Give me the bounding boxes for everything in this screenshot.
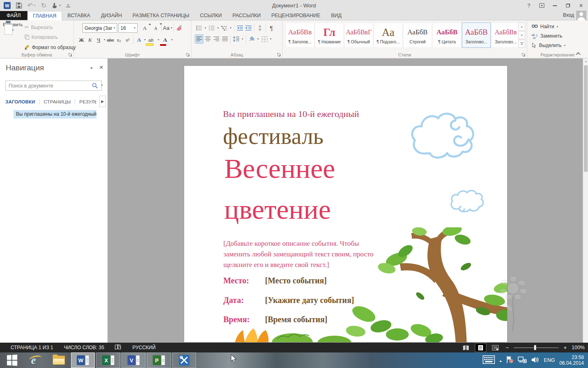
taskbar-internet-explorer-button[interactable]: e [24, 352, 42, 368]
bullets-caret-icon[interactable] [205, 27, 206, 29]
increase-indent-button[interactable] [244, 23, 253, 33]
copy-button[interactable]: Копировать [24, 33, 76, 41]
highlight-button[interactable]: ab [147, 35, 155, 45]
save-button[interactable] [16, 2, 22, 9]
search-input[interactable] [5, 81, 102, 91]
text-effects-button[interactable]: А [135, 35, 143, 45]
touch-keyboard-button[interactable] [483, 355, 495, 365]
text-effects-caret-icon[interactable] [144, 39, 146, 40]
zoom-in-button[interactable]: + [563, 344, 568, 351]
change-case-button[interactable]: Аа [163, 23, 172, 33]
tab-insert[interactable]: ВСТАВКА [62, 11, 96, 20]
document-subtitle-text[interactable]: фестиваль [223, 123, 323, 149]
nav-tab-pages[interactable]: СТРАНИЦЫ [40, 97, 75, 107]
tab-references[interactable]: ССЫЛКИ [195, 11, 227, 20]
multilevel-caret-icon[interactable] [230, 27, 232, 29]
input-language-indicator[interactable]: ENG [544, 357, 555, 363]
borders-caret-icon[interactable] [270, 38, 272, 40]
tab-design[interactable]: ДИЗАЙН [96, 11, 127, 20]
font-family-combo[interactable]: Georgia (Заг [82, 23, 117, 33]
style-card-strong[interactable]: АаБбВ Строгий [403, 22, 432, 48]
field-value[interactable]: [Место события] [265, 276, 327, 285]
navigation-pane-menu-caret-icon[interactable] [90, 67, 93, 69]
proofing-status-icon[interactable] [115, 344, 122, 351]
language-indicator[interactable]: РУССКИЙ [132, 345, 156, 350]
word-app-icon[interactable]: W [4, 2, 11, 9]
borders-button[interactable] [260, 34, 269, 44]
paragraph-dialog-launcher[interactable] [277, 53, 281, 57]
strikethrough-button[interactable]: abc [106, 35, 115, 45]
style-card-heading2[interactable]: АаБбВв Заголово... [491, 22, 520, 48]
document-title-line1[interactable]: Весеннее [224, 153, 335, 185]
clear-formatting-button[interactable] [175, 23, 184, 33]
find-button[interactable]: Найти [532, 24, 558, 29]
shading-button[interactable] [247, 34, 256, 44]
nav-tab-results[interactable]: РЕЗУЛЬ [75, 97, 96, 107]
format-painter-button[interactable]: Формат по образцу [24, 43, 76, 52]
tab-review[interactable]: РЕЦЕНЗИРОВАНИЕ [266, 11, 325, 20]
taskbar-word-button[interactable]: W [71, 352, 95, 368]
sort-button[interactable]: А Я [256, 23, 264, 33]
styles-more-button[interactable] [518, 40, 525, 48]
align-center-button[interactable] [203, 34, 212, 44]
sign-in-link[interactable]: Вход [563, 12, 574, 18]
taskbar-project-button[interactable]: P [147, 352, 171, 368]
styles-scroll-up-button[interactable] [518, 22, 525, 31]
zoom-out-button[interactable]: − [505, 344, 510, 351]
help-button[interactable]: ? [523, 1, 534, 10]
style-card-normal[interactable]: АаБбВвГ ¶ Обычный [344, 22, 373, 48]
cut-button[interactable]: ✂ Вырезать [24, 23, 76, 31]
search-options-caret-icon[interactable] [101, 85, 103, 86]
navigation-pane-close-button[interactable]: × [99, 63, 103, 72]
clipboard-dialog-launcher[interactable] [68, 53, 72, 57]
nav-heading-item[interactable]: Вы приглашены на 10-й ежегодный [13, 110, 96, 119]
scroll-up-button[interactable] [583, 58, 588, 65]
numbering-caret-icon[interactable] [217, 27, 219, 29]
redo-button[interactable]: ↻ [41, 2, 46, 9]
ribbon-display-options-button[interactable] [537, 1, 547, 10]
line-spacing-caret-icon[interactable] [242, 38, 243, 40]
nav-tabs-overflow-button[interactable]: ▶ [99, 96, 106, 107]
document-field-date[interactable]: Дата: [Укажите дату события] [223, 296, 354, 305]
close-button[interactable]: × [576, 1, 586, 10]
tab-page-layout[interactable]: РАЗМЕТКА СТРАНИЦЫ [127, 11, 195, 20]
zoom-slider-thumb[interactable] [534, 345, 536, 350]
minimize-button[interactable] [550, 1, 560, 10]
taskbar-file-explorer-button[interactable] [50, 352, 68, 368]
bullets-button[interactable] [195, 23, 203, 33]
read-mode-button[interactable] [461, 343, 471, 352]
avatar[interactable] [576, 11, 586, 20]
taskbar-tools-button[interactable] [172, 352, 196, 368]
nav-tab-headings[interactable]: ЗАГОЛОВКИ [5, 97, 39, 107]
start-button[interactable] [3, 352, 20, 368]
paste-button[interactable]: Вставить [3, 22, 22, 55]
document-field-time[interactable]: Время: [Время события] [223, 315, 327, 324]
document-field-place[interactable]: Место: [Место события] [223, 276, 327, 285]
subscript-button[interactable]: x₂ [115, 35, 123, 45]
search-icon[interactable] [92, 83, 98, 90]
tab-home[interactable]: ГЛАВНАЯ [27, 11, 62, 20]
style-card-quote[interactable]: АаБбВ ¶ Цитата [432, 22, 461, 48]
taskbar-visio-button[interactable]: V [122, 352, 145, 368]
font-dialog-launcher[interactable] [186, 53, 190, 57]
shrink-font-button[interactable]: А [151, 23, 160, 33]
tab-mailings[interactable]: РАССЫЛКИ [227, 11, 266, 20]
action-center-flag-button[interactable] [506, 356, 513, 365]
decrease-indent-button[interactable] [236, 23, 244, 33]
grow-font-button[interactable]: А [140, 23, 149, 33]
document-kicker-text[interactable]: Вы приглашены на 10-й ежегодный [223, 109, 359, 119]
taskbar-excel-button[interactable]: X [96, 352, 120, 368]
styles-dialog-launcher[interactable] [521, 53, 526, 57]
vertical-scrollbar[interactable] [583, 58, 588, 343]
font-color-button[interactable]: А [161, 35, 169, 45]
document-title-line2[interactable]: цветение [224, 193, 331, 226]
undo-button[interactable]: ↶ [27, 2, 36, 9]
numbering-button[interactable]: 123 [207, 23, 216, 33]
network-icon-button[interactable] [518, 356, 527, 365]
underline-button[interactable]: Ч [94, 35, 103, 45]
tab-file[interactable]: ФАЙЛ [0, 11, 27, 20]
show-hidden-icons-button[interactable] [499, 357, 502, 363]
underline-caret-icon[interactable] [104, 39, 105, 40]
align-right-button[interactable] [212, 34, 220, 44]
web-layout-button[interactable] [490, 343, 501, 352]
